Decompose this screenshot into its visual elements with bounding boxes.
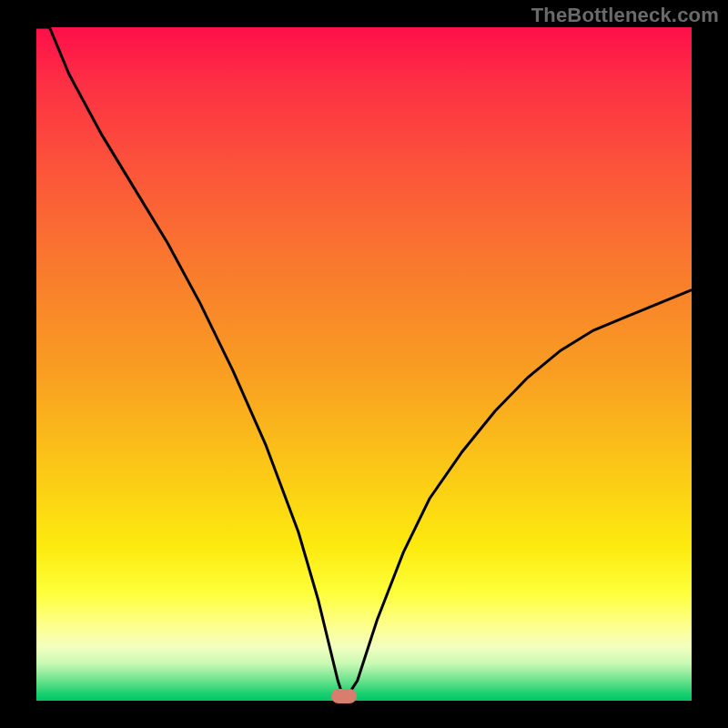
optimal-point-marker bbox=[331, 689, 357, 703]
bottleneck-curve bbox=[36, 27, 692, 701]
curve-layer bbox=[36, 27, 692, 701]
plot-area bbox=[36, 27, 692, 701]
chart-frame: TheBottleneck.com bbox=[0, 0, 728, 728]
watermark-text: TheBottleneck.com bbox=[531, 4, 719, 27]
